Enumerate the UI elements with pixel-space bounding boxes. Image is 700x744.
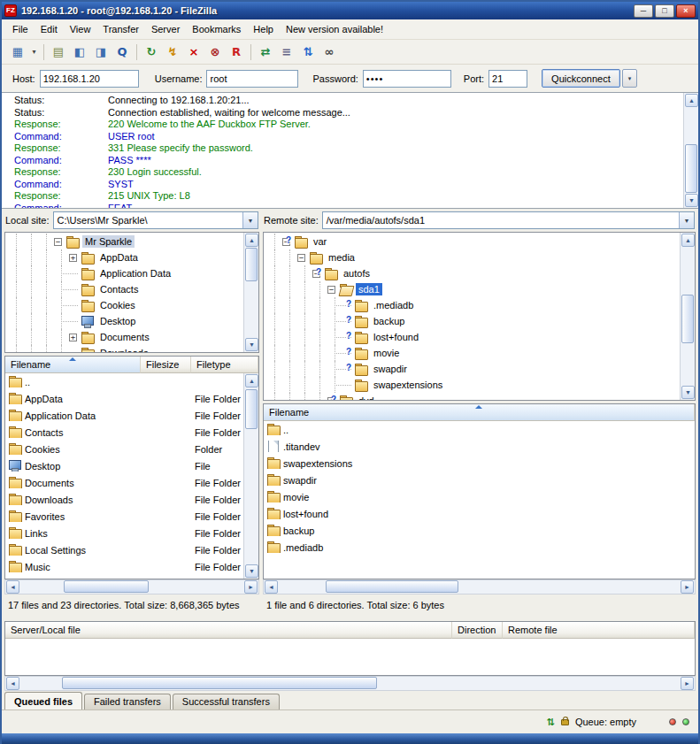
tree-item-mr-sparkle[interactable]: −Mr Sparkle xyxy=(5,234,243,249)
file-row-downloads[interactable]: DownloadsFile Folder xyxy=(5,491,243,508)
file-row-application-data[interactable]: Application DataFile Folder xyxy=(5,407,243,424)
tree-item-var[interactable]: −?var xyxy=(264,234,680,249)
toggle-local-tree-icon[interactable]: ◧ xyxy=(69,42,90,62)
file-row-music[interactable]: MusicFile Folder xyxy=(5,558,243,575)
tree-item-desktop[interactable]: Desktop xyxy=(5,313,243,329)
remote-tree-scrollbar[interactable]: ▲ ▼ xyxy=(680,233,695,400)
remote-list-hscrollbar[interactable]: ◄ ► xyxy=(263,579,696,594)
column-header-remote-file[interactable]: Remote file xyxy=(503,622,695,639)
scroll-up-icon[interactable]: ▲ xyxy=(685,94,698,107)
filter-icon[interactable]: ≡ xyxy=(276,42,297,62)
column-header-filesize[interactable]: Filesize xyxy=(141,357,191,373)
tab-queued-files[interactable]: Queued files xyxy=(4,692,82,709)
file-row-lost-found[interactable]: lost+found xyxy=(264,505,695,522)
process-queue-icon[interactable]: ↯ xyxy=(162,42,183,62)
tree-item-lost-found[interactable]: ?lost+found xyxy=(264,329,680,345)
local-hscroll-thumb[interactable] xyxy=(64,580,149,593)
log-scroll-thumb[interactable] xyxy=(685,144,697,193)
menu-item-edit[interactable]: Edit xyxy=(35,22,64,36)
scroll-up-icon[interactable]: ▲ xyxy=(245,234,258,247)
password-input[interactable] xyxy=(363,70,451,88)
tree-item-movie[interactable]: ?movie xyxy=(264,345,680,361)
synchronized-browsing-icon[interactable]: ⇅ xyxy=(297,42,319,62)
local-list-scrollbar[interactable]: ▲ ▼ xyxy=(243,373,258,579)
scroll-left-icon[interactable]: ◄ xyxy=(265,580,278,594)
tree-item-backup[interactable]: ?backup xyxy=(264,313,680,329)
quickconnect-dropdown-button[interactable]: ▾ xyxy=(622,69,637,88)
file-row-swapextensions[interactable]: swapextensions xyxy=(264,455,695,472)
scroll-left-icon[interactable]: ◄ xyxy=(6,580,19,594)
directory-comparison-icon[interactable]: ⇄ xyxy=(255,42,276,62)
local-list-hscrollbar[interactable]: ◄ ► xyxy=(4,579,259,594)
scroll-down-icon[interactable]: ▼ xyxy=(685,194,698,207)
local-list-scroll-thumb[interactable] xyxy=(245,389,258,429)
tree-item-media[interactable]: −media xyxy=(264,249,680,265)
site-manager-dropdown-icon[interactable]: ▾ xyxy=(28,42,40,62)
local-site-combobox[interactable]: C:\Users\Mr Sparkle\ ▼ xyxy=(53,211,258,229)
tree-item-sda1[interactable]: −sda1 xyxy=(264,281,680,297)
scroll-up-icon[interactable]: ▲ xyxy=(245,374,258,387)
file-row-local-settings[interactable]: Local SettingsFile Folder xyxy=(5,541,243,558)
speed-limits-icon[interactable]: ⇅ xyxy=(547,717,555,728)
username-input[interactable] xyxy=(206,70,298,88)
port-input[interactable] xyxy=(488,70,527,88)
file-row-backup[interactable]: backup xyxy=(264,522,695,539)
local-tree-scrollbar[interactable]: ▲ ▼ xyxy=(243,233,258,352)
toggle-remote-tree-icon[interactable]: ◨ xyxy=(90,42,112,62)
menu-item-help[interactable]: Help xyxy=(247,22,280,36)
file-row-contacts[interactable]: ContactsFile Folder xyxy=(5,424,243,441)
remote-hscroll-thumb[interactable] xyxy=(326,580,458,593)
tab-failed-transfers[interactable]: Failed transfers xyxy=(84,694,171,709)
toggle-log-icon[interactable]: ▤ xyxy=(48,42,69,62)
maximize-button[interactable] xyxy=(655,4,674,18)
scroll-left-icon[interactable]: ◄ xyxy=(6,677,19,690)
queue-hscrollbar[interactable]: ◄ ► xyxy=(4,676,696,691)
menu-item-bookmarks[interactable]: Bookmarks xyxy=(186,22,247,36)
encryption-status-icon[interactable] xyxy=(561,719,569,725)
disconnect-icon[interactable]: ⊗ xyxy=(204,42,226,62)
scroll-down-icon[interactable]: ▼ xyxy=(245,564,258,578)
remote-tree-scroll-thumb[interactable] xyxy=(681,295,694,343)
scroll-right-icon[interactable]: ► xyxy=(681,677,694,690)
queue-hscroll-thumb[interactable] xyxy=(62,677,377,689)
expand-toggle-icon[interactable]: + xyxy=(69,334,77,341)
file-row-item[interactable]: .. xyxy=(264,421,695,438)
file-row-titandev[interactable]: .titandev xyxy=(264,438,695,455)
tree-item-cookies[interactable]: Cookies xyxy=(5,297,243,313)
log-scrollbar[interactable]: ▲ ▼ xyxy=(683,93,698,208)
close-button[interactable] xyxy=(676,4,696,18)
find-files-icon[interactable]: ∞ xyxy=(319,42,340,62)
column-header-direction[interactable]: Direction xyxy=(452,622,503,639)
title-bar[interactable]: FZ 192.168.1.20 - root@192.168.1.20 - Fi… xyxy=(2,2,698,19)
expand-toggle-icon[interactable]: − xyxy=(327,286,335,294)
chevron-down-icon[interactable]: ▼ xyxy=(242,212,258,228)
column-header-filename[interactable]: Filename xyxy=(264,404,695,421)
expand-toggle-icon[interactable]: − xyxy=(54,238,62,246)
menu-item-file[interactable]: File xyxy=(6,22,35,36)
tree-item-application-data[interactable]: Application Data xyxy=(5,265,243,281)
tab-successful-transfers[interactable]: Successful transfers xyxy=(173,694,280,709)
file-row-appdata[interactable]: AppDataFile Folder xyxy=(5,390,243,407)
file-row-desktop[interactable]: DesktopFile xyxy=(5,457,243,474)
menu-item-new-version-available[interactable]: New version available! xyxy=(280,22,389,36)
quickconnect-button[interactable]: Quickconnect xyxy=(542,69,620,88)
tree-item-downloads[interactable]: Downloads xyxy=(5,345,243,352)
expand-toggle-icon[interactable]: + xyxy=(69,254,77,262)
minimize-button[interactable] xyxy=(634,4,653,18)
scroll-down-icon[interactable]: ▼ xyxy=(681,386,695,399)
file-row-favorites[interactable]: FavoritesFile Folder xyxy=(5,508,243,525)
host-input[interactable] xyxy=(40,70,139,88)
tree-item-autofs[interactable]: −?autofs xyxy=(264,265,680,281)
menu-item-transfer[interactable]: Transfer xyxy=(96,22,145,36)
scroll-up-icon[interactable]: ▲ xyxy=(681,234,695,247)
tree-item-contacts[interactable]: Contacts xyxy=(5,281,243,297)
expand-toggle-icon[interactable]: − xyxy=(297,254,305,262)
site-manager-icon[interactable]: ▦ xyxy=(7,42,28,62)
toggle-queue-icon[interactable]: Q xyxy=(112,42,133,62)
file-row-links[interactable]: LinksFile Folder xyxy=(5,525,243,541)
column-header-server-local-file[interactable]: Server/Local file xyxy=(5,622,452,639)
file-row-item[interactable]: .. xyxy=(5,373,243,390)
scroll-right-icon[interactable]: ► xyxy=(244,580,258,594)
cancel-operation-icon[interactable]: × xyxy=(183,42,204,62)
file-row-documents[interactable]: DocumentsFile Folder xyxy=(5,474,243,491)
